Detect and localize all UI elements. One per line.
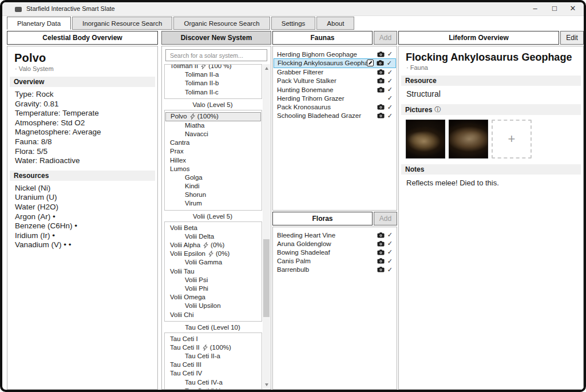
system-item[interactable]: Tau Ceti IV-b	[165, 387, 262, 389]
system-item-label: Navacci	[185, 130, 208, 138]
system-item[interactable]: Tau Ceti IV	[165, 369, 262, 378]
tab-organic-resource-search[interactable]: Organic Resource Search	[173, 17, 270, 30]
system-item-label: Toliman II-b	[185, 79, 219, 88]
system-item[interactable]: Polvo(100%)	[165, 112, 261, 121]
edit-icon[interactable]	[367, 60, 374, 66]
planet-system-subtitle: · Valo System	[7, 65, 157, 77]
scroll-down-arrow[interactable]	[263, 381, 270, 389]
fauna-row[interactable]: Pack Kronosaurus✓	[273, 102, 397, 111]
fauna-list: Herding Bighorn Geophage✓Flocking Ankylo…	[273, 46, 397, 120]
overview-fact: Temperature: Temperate	[7, 109, 157, 118]
system-item[interactable]: Volii Phi	[165, 284, 262, 293]
system-item[interactable]: Volii Epsilon(0%)	[165, 250, 262, 258]
camera-icon	[377, 232, 385, 238]
flora-row[interactable]: Canis Palm✓	[273, 257, 397, 266]
system-item[interactable]: Volii Delta	[165, 232, 262, 241]
lifeform-photo-2[interactable]	[449, 120, 488, 159]
fauna-row[interactable]: Pack Vulture Stalker✓	[273, 77, 397, 85]
edit-lifeform-button[interactable]: Edit	[560, 31, 584, 45]
tab-settings[interactable]: Settings	[271, 17, 316, 30]
floras-header: Floras	[272, 212, 373, 225]
system-item[interactable]: Volii Psi	[165, 276, 262, 284]
minimize-button[interactable]: –	[525, 2, 545, 16]
fauna-row[interactable]: Hunting Bonemane✓	[273, 85, 397, 94]
system-item-label: Toliman II-c	[185, 88, 219, 97]
check-icon: ✓	[387, 69, 393, 76]
fauna-row[interactable]: Herding Trihorn Grazer✓	[273, 94, 397, 102]
system-item[interactable]: Volii Beta	[165, 224, 262, 232]
row-icons: ✓	[377, 77, 393, 85]
scrollbar-thumb[interactable]	[263, 239, 270, 317]
pictures-row: +	[399, 115, 583, 164]
overview-fact: Type: Rock	[7, 90, 157, 100]
system-item[interactable]: Volii Alpha(0%)	[165, 241, 262, 250]
system-item[interactable]: Golga	[165, 173, 262, 182]
flora-row[interactable]: Bleeding Heart Vine✓	[273, 231, 397, 239]
tab-inorganic-resource-search[interactable]: Inorganic Resource Search	[72, 17, 172, 30]
overview-facts: Type: RockGravity: 0.81Temperature: Temp…	[7, 87, 157, 171]
fauna-name: Pack Vulture Stalker	[277, 77, 377, 84]
fauna-row[interactable]: Schooling Bladehead Grazer✓	[273, 112, 397, 120]
discover-new-system-button[interactable]: Discover New System	[161, 31, 271, 45]
system-item[interactable]: Volii Gamma	[165, 258, 262, 267]
flora-row[interactable]: Barrenbulb✓	[273, 266, 397, 274]
flora-row[interactable]: Bowing Shadeleaf✓	[273, 248, 397, 256]
maximize-button[interactable]: ☐	[545, 2, 564, 16]
system-item[interactable]: Tau Ceti III	[165, 361, 262, 369]
add-flora-button[interactable]: Add	[374, 212, 397, 225]
system-item[interactable]: Shorun	[165, 191, 262, 199]
system-item[interactable]: Cantra	[165, 138, 262, 147]
system-item[interactable]: Toliman II-b	[165, 79, 262, 88]
fauna-row[interactable]: Herding Bighorn Geophage✓	[273, 50, 397, 58]
system-item[interactable]: Toliman II(100 %)	[165, 64, 262, 70]
add-fauna-button[interactable]: Add	[374, 31, 397, 45]
fauna-row[interactable]: Grabber Filterer✓	[273, 68, 397, 77]
system-item[interactable]: Kindi	[165, 182, 262, 191]
system-item-label: Volii Psi	[185, 276, 208, 284]
system-item-label: Volii Gamma	[185, 258, 222, 267]
system-item-label: Volii Beta	[170, 224, 197, 232]
tab-about[interactable]: About	[316, 17, 354, 30]
fauna-name: Herding Bighorn Geophage	[277, 51, 377, 58]
lifeform-name: Flocking Ankylosaurus Geophage	[399, 46, 583, 64]
system-item-label: Lumos	[170, 165, 190, 173]
flora-row[interactable]: Aruna Goldenglow✓	[273, 239, 397, 248]
system-item[interactable]: Miatha	[165, 121, 262, 130]
system-item[interactable]: Tau Ceti IV-a	[165, 378, 262, 387]
system-item[interactable]: Hillex	[165, 156, 262, 165]
celestial-body-overview-header: Celestial Body Overview	[7, 31, 158, 45]
system-item[interactable]: Volii Omega	[165, 293, 262, 302]
camera-icon	[377, 250, 385, 255]
check-icon: ✓	[387, 112, 393, 120]
scroll-up-arrow[interactable]	[263, 64, 270, 72]
row-icons: ✓	[387, 94, 393, 102]
system-item[interactable]: Navacci	[165, 130, 262, 138]
close-button[interactable]: ✕	[563, 2, 583, 16]
system-item[interactable]: Tau Ceti I	[165, 335, 262, 343]
system-search-input[interactable]	[165, 49, 267, 61]
system-item[interactable]: Toliman II-c	[165, 88, 262, 97]
camera-icon	[377, 69, 385, 75]
system-item[interactable]: Volii Upsilon	[165, 302, 262, 310]
systems-scrollbar[interactable]	[263, 64, 270, 389]
survey-percent: (0%)	[211, 241, 224, 250]
system-item[interactable]: Volii Tau	[165, 267, 262, 276]
check-icon: ✓	[387, 104, 393, 111]
system-item-label: Hillex	[170, 156, 186, 165]
system-item[interactable]: Volii Chi	[165, 311, 262, 319]
system-item[interactable]: Virum	[165, 199, 262, 208]
system-item[interactable]: Tau Ceti II(100%)	[165, 343, 262, 352]
flora-name: Bowing Shadeleaf	[277, 249, 377, 256]
system-item[interactable]: Toliman II-a	[165, 70, 262, 79]
fauna-row[interactable]: Flocking Ankylosaurus Geophage✓	[274, 58, 396, 68]
survey-bolt-icon	[208, 251, 213, 257]
system-group-box: Toliman II(100 %)Toliman II-aToliman II-…	[164, 64, 262, 99]
tab-planetary-data[interactable]: Planetary Data	[7, 17, 71, 30]
lifeform-photo-1[interactable]	[406, 120, 445, 159]
system-item[interactable]: Prax	[165, 147, 262, 156]
system-item[interactable]: Lumos	[165, 165, 262, 173]
system-item[interactable]: Tau Ceti II-a	[165, 352, 262, 361]
survey-bolt-icon	[203, 345, 208, 351]
add-photo-button[interactable]: +	[492, 120, 532, 159]
row-icons: ✓	[377, 231, 393, 239]
